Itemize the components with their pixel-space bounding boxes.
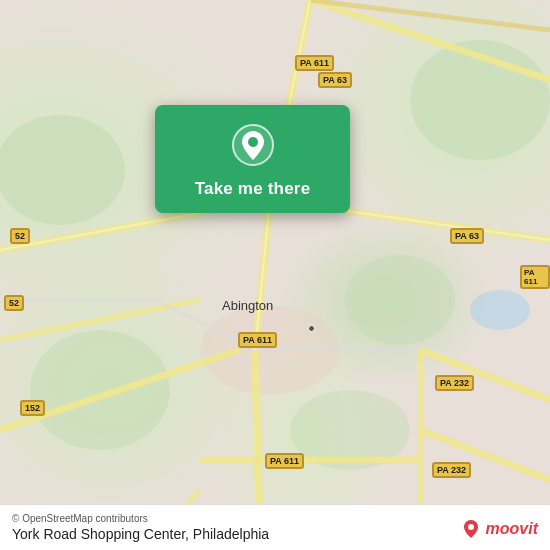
take-me-there-popup[interactable]: Take me there — [155, 105, 350, 213]
svg-point-0 — [0, 115, 125, 225]
road-badge-pa611-far-right: PA 611 — [520, 265, 550, 289]
road-badge-pa232-right: PA 232 — [435, 375, 474, 391]
location-dot — [308, 325, 315, 332]
road-badge-r52-top: 52 — [10, 228, 30, 244]
location-pin-icon — [231, 123, 275, 167]
road-badge-pa611-btm: PA 611 — [265, 453, 304, 469]
road-badge-r152: 152 — [20, 400, 45, 416]
svg-point-2 — [345, 255, 455, 345]
road-badge-pa232-btm: PA 232 — [432, 462, 471, 478]
road-badge-pa63-top: PA 63 — [318, 72, 352, 88]
svg-point-31 — [468, 524, 474, 530]
svg-point-3 — [30, 330, 170, 450]
road-badge-pa611-mid: PA 611 — [238, 332, 277, 348]
moovit-pin-icon — [460, 518, 482, 540]
road-badge-pa611-top: PA 611 — [295, 55, 334, 71]
svg-point-30 — [248, 137, 258, 147]
road-badge-r52-btm: 52 — [4, 295, 24, 311]
moovit-text: moovit — [486, 520, 538, 538]
svg-point-5 — [470, 290, 530, 330]
take-me-there-button[interactable]: Take me there — [195, 179, 311, 199]
abington-label: Abington — [222, 298, 273, 313]
map-container: PA 611 PA 63 PA 63 PA 611 PA 232 PA 611 … — [0, 0, 550, 550]
road-badge-pa63-right: PA 63 — [450, 228, 484, 244]
moovit-logo: moovit — [460, 518, 538, 540]
